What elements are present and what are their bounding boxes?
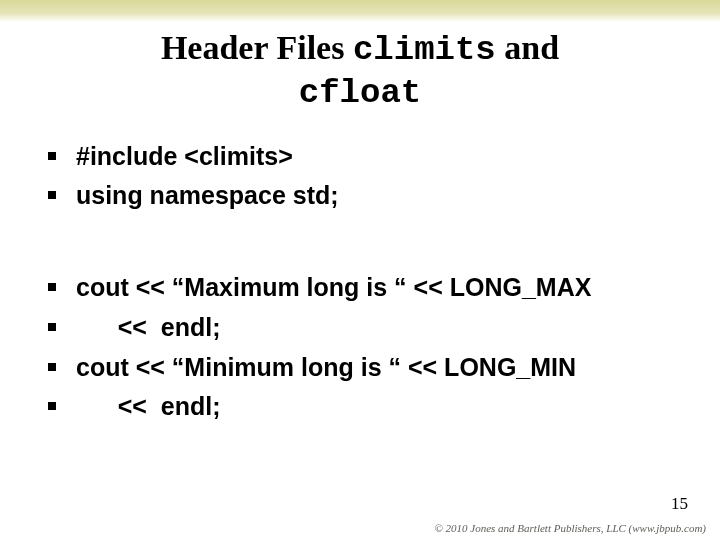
list-item: #include <climits> (48, 140, 672, 174)
list-item: using namespace std; (48, 179, 672, 213)
bullet-square-icon (48, 191, 56, 199)
title-mono-climits: climits (353, 31, 496, 69)
bullet-square-icon (48, 283, 56, 291)
bullet-text: #include <climits> (76, 140, 293, 174)
bullet-text: cout << “Minimum long is “ << LONG_MIN (76, 351, 576, 385)
title-part1: Header Files (161, 29, 353, 66)
list-item: cout << “Maximum long is “ << LONG_MAX (48, 271, 672, 305)
bullet-square-icon (48, 402, 56, 410)
title-part2: and (496, 29, 559, 66)
blank-spacer (48, 219, 672, 271)
copyright-text: © 2010 Jones and Bartlett Publishers, LL… (434, 522, 706, 534)
slide-title: Header Files climits and cfloat (0, 28, 720, 114)
list-item: cout << “Minimum long is “ << LONG_MIN (48, 351, 672, 385)
bullet-square-icon (48, 363, 56, 371)
bullet-text: << endl; (76, 311, 220, 345)
list-item: << endl; (48, 311, 672, 345)
bullet-text: cout << “Maximum long is “ << LONG_MAX (76, 271, 591, 305)
title-mono-cfloat: cfloat (299, 74, 421, 112)
bullet-text: << endl; (76, 390, 220, 424)
decorative-top-band (0, 0, 720, 22)
list-item: << endl; (48, 390, 672, 424)
bullet-text: using namespace std; (76, 179, 339, 213)
bullet-square-icon (48, 152, 56, 160)
page-number: 15 (671, 494, 688, 514)
bullet-square-icon (48, 323, 56, 331)
bullet-list: #include <climits> using namespace std; … (48, 140, 672, 425)
